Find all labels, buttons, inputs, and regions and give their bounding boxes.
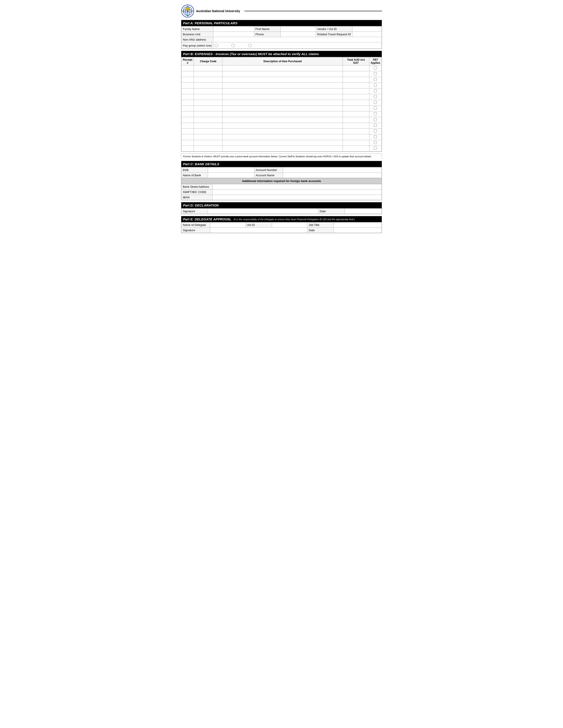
charge-code-cell[interactable] [194, 117, 222, 123]
total-input[interactable] [344, 135, 368, 139]
total-cell[interactable] [343, 100, 369, 106]
total-cell[interactable] [343, 88, 369, 94]
charge-code-cell[interactable] [194, 94, 222, 100]
charge-code-input[interactable] [195, 101, 221, 104]
signature-input[interactable] [209, 210, 317, 213]
charge-code-input[interactable] [195, 124, 221, 127]
receipt-input[interactable] [182, 78, 193, 81]
fbt-checkbox[interactable] [374, 129, 377, 133]
receipt-input[interactable] [182, 101, 193, 104]
pay-group-radio-1[interactable] [214, 44, 218, 47]
fbt-cell[interactable] [369, 94, 382, 100]
charge-code-cell[interactable] [194, 83, 222, 88]
receipt-cell[interactable] [181, 117, 194, 123]
description-cell[interactable] [222, 106, 343, 111]
total-cell[interactable] [343, 66, 369, 71]
fbt-cell[interactable] [369, 111, 382, 117]
receipt-cell[interactable] [181, 129, 194, 134]
description-input[interactable] [223, 107, 342, 110]
uni-id-input[interactable] [273, 223, 306, 227]
related-travel-input[interactable] [354, 33, 380, 36]
fbt-checkbox[interactable] [374, 95, 377, 98]
charge-code-cell[interactable] [194, 77, 222, 83]
account-name-input[interactable] [285, 174, 380, 177]
total-input[interactable] [344, 141, 368, 144]
total-cell[interactable] [343, 140, 369, 146]
receipt-input[interactable] [182, 107, 193, 110]
name-of-delegate-value[interactable] [210, 222, 245, 228]
receipt-input[interactable] [182, 118, 193, 122]
charge-code-input[interactable] [195, 113, 221, 116]
fbt-checkbox[interactable] [374, 89, 377, 92]
description-cell[interactable] [222, 100, 343, 106]
delegate-date-input[interactable] [335, 229, 380, 232]
charge-code-input[interactable] [195, 135, 221, 139]
fbt-cell[interactable] [369, 134, 382, 140]
description-input[interactable] [223, 118, 342, 122]
vendor-uni-id-value[interactable] [352, 26, 382, 32]
fbt-checkbox[interactable] [374, 72, 377, 75]
total-cell[interactable] [343, 77, 369, 83]
charge-code-input[interactable] [195, 78, 221, 81]
bank-street-input[interactable] [214, 185, 380, 188]
fbt-cell[interactable] [369, 129, 382, 134]
description-input[interactable] [223, 72, 342, 76]
charge-code-input[interactable] [195, 67, 221, 70]
charge-code-cell[interactable] [194, 134, 222, 140]
description-input[interactable] [223, 90, 342, 93]
total-input[interactable] [344, 107, 368, 110]
total-input[interactable] [344, 84, 368, 87]
receipt-cell[interactable] [181, 83, 194, 88]
total-input[interactable] [344, 118, 368, 122]
fbt-checkbox[interactable] [374, 66, 377, 69]
receipt-input[interactable] [182, 67, 193, 70]
non-anu-value[interactable] [213, 37, 382, 42]
job-title-input[interactable] [335, 223, 380, 227]
description-cell[interactable] [222, 88, 343, 94]
receipt-cell[interactable] [181, 77, 194, 83]
family-name-value[interactable] [213, 26, 254, 32]
receipt-cell[interactable] [181, 140, 194, 146]
description-input[interactable] [223, 147, 342, 150]
total-cell[interactable] [343, 134, 369, 140]
family-name-input[interactable] [214, 27, 252, 31]
date-input[interactable] [346, 210, 380, 213]
charge-code-input[interactable] [195, 147, 221, 150]
charge-code-input[interactable] [195, 130, 221, 133]
business-unit-value[interactable] [213, 32, 254, 37]
fbt-checkbox[interactable] [374, 141, 377, 144]
account-name-value[interactable] [283, 173, 382, 178]
description-input[interactable] [223, 130, 342, 133]
account-number-input[interactable] [285, 168, 380, 172]
description-cell[interactable] [222, 123, 343, 129]
fbt-cell[interactable] [369, 123, 382, 129]
bsb-value[interactable] [208, 167, 254, 173]
description-input[interactable] [223, 84, 342, 87]
fbt-checkbox[interactable] [374, 112, 377, 115]
charge-code-input[interactable] [195, 95, 221, 99]
charge-code-input[interactable] [195, 90, 221, 93]
total-cell[interactable] [343, 94, 369, 100]
description-input[interactable] [223, 135, 342, 139]
total-input[interactable] [344, 113, 368, 116]
description-cell[interactable] [222, 77, 343, 83]
receipt-cell[interactable] [181, 123, 194, 129]
delegate-date-value[interactable] [334, 228, 382, 233]
charge-code-cell[interactable] [194, 129, 222, 134]
charge-code-cell[interactable] [194, 100, 222, 106]
vendor-uni-id-input[interactable] [354, 27, 380, 31]
description-input[interactable] [223, 95, 342, 99]
total-input[interactable] [344, 72, 368, 76]
total-input[interactable] [344, 95, 368, 99]
first-name-input[interactable] [282, 27, 315, 31]
charge-code-cell[interactable] [194, 146, 222, 152]
fbt-cell[interactable] [369, 106, 382, 111]
fbt-checkbox[interactable] [374, 78, 377, 81]
fbt-cell[interactable] [369, 77, 382, 83]
pay-group-option-1[interactable] [214, 44, 218, 47]
pay-group-radio-3[interactable] [248, 44, 252, 47]
description-cell[interactable] [222, 66, 343, 71]
description-input[interactable] [223, 67, 342, 70]
total-input[interactable] [344, 124, 368, 127]
phone-input[interactable] [282, 33, 315, 36]
